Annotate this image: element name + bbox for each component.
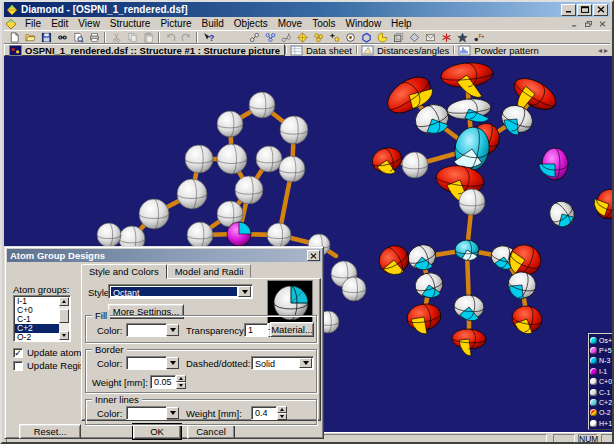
- fill-color-dropdown-icon[interactable]: [166, 324, 179, 336]
- rhomb-button[interactable]: [406, 31, 422, 44]
- child-restore-button[interactable]: [581, 18, 595, 29]
- dashed-dotted-dropdown-icon[interactable]: [299, 358, 312, 368]
- tab-data-sheet[interactable]: Data sheet: [286, 44, 356, 56]
- inner-weight-value[interactable]: 0.4: [251, 406, 277, 420]
- undo-button[interactable]: [162, 31, 178, 44]
- molecule-button[interactable]: [246, 31, 262, 44]
- border-color-dropdown-icon[interactable]: [166, 357, 179, 369]
- legend-item-n-3[interactable]: N-3: [590, 356, 613, 366]
- redo-button[interactable]: [178, 31, 194, 44]
- update-atoms-checkbox-box[interactable]: ✓: [13, 348, 23, 358]
- cut-button[interactable]: [108, 31, 124, 44]
- menu-move[interactable]: Move: [273, 17, 307, 30]
- tab-scroll-right-icon[interactable]: ▸: [604, 46, 608, 55]
- legend-item-h-1[interactable]: H+1: [590, 418, 613, 428]
- atom-group-item-o-2[interactable]: O-2: [15, 333, 59, 342]
- dialog-close-button[interactable]: [307, 250, 320, 261]
- listbox-scrollbar[interactable]: [59, 297, 69, 340]
- style-dropdown-icon[interactable]: [238, 286, 251, 297]
- status-pane-2: [601, 434, 614, 444]
- cancel-button[interactable]: Cancel: [187, 424, 235, 439]
- scroll-down-icon[interactable]: [59, 331, 69, 340]
- menu-build[interactable]: Build: [197, 17, 229, 30]
- find-button[interactable]: [54, 31, 70, 44]
- cell-button[interactable]: [390, 31, 406, 44]
- print-button[interactable]: [86, 31, 102, 44]
- tab-style-and-colors[interactable]: Style and Colors: [81, 264, 167, 279]
- atom-groups-listbox[interactable]: I-1C+0C-1C+2O-2: [13, 295, 71, 342]
- inner-weight-spinner[interactable]: 0.4: [251, 406, 287, 420]
- child-minimize-button[interactable]: [567, 18, 581, 29]
- border-weight-spinner[interactable]: 0.05: [150, 375, 186, 389]
- border-weight-down-icon[interactable]: [176, 382, 186, 389]
- menu-tools[interactable]: Tools: [307, 17, 340, 30]
- menu-file[interactable]: File: [20, 17, 46, 30]
- tab-distances-angles[interactable]: Distances/angles: [357, 44, 453, 56]
- inner-color-dropdown-icon[interactable]: [166, 407, 179, 419]
- border-color-combobox[interactable]: [126, 356, 180, 370]
- sector-button[interactable]: [374, 31, 390, 44]
- menu-structure[interactable]: Structure: [105, 17, 156, 30]
- inner-color-combobox[interactable]: [126, 406, 180, 420]
- save-button[interactable]: [38, 31, 54, 44]
- envelope-button[interactable]: [422, 31, 438, 44]
- fill-color-combobox[interactable]: [126, 323, 180, 337]
- update-registry-checkbox-box[interactable]: [13, 361, 23, 371]
- reset-button[interactable]: Reset...: [19, 424, 81, 439]
- tab-scroll-left-icon[interactable]: ◂: [598, 46, 602, 55]
- child-close-button[interactable]: [595, 18, 609, 29]
- polyhedra-button[interactable]: [294, 31, 310, 44]
- tab-structure-picture[interactable]: OSPNI_1_rendered.dsf :: Structure #1 : S…: [4, 44, 285, 56]
- legend-item-c-2[interactable]: C+2: [590, 397, 613, 407]
- maximize-button[interactable]: [577, 4, 592, 16]
- tab-model-and-radii[interactable]: Model and Radii: [167, 264, 252, 278]
- menu-edit[interactable]: Edit: [46, 17, 73, 30]
- print-preview-button[interactable]: [70, 31, 86, 44]
- fill-group: Fill Color: Transparency: 1 Material...: [85, 315, 317, 343]
- new-button[interactable]: [6, 31, 22, 44]
- legend-item-p-5[interactable]: P+5: [590, 345, 613, 355]
- asterisk-red-button[interactable]: [438, 31, 454, 44]
- ring-button[interactable]: [358, 31, 374, 44]
- atom-dot-button[interactable]: [342, 31, 358, 44]
- legend-item-os-0[interactable]: Os+0: [590, 335, 613, 345]
- menu-picture[interactable]: Picture: [155, 17, 196, 30]
- legend-item-o-2[interactable]: O-2: [590, 408, 613, 418]
- document-icon[interactable]: [5, 18, 17, 29]
- menu-view[interactable]: View: [73, 17, 105, 30]
- minimize-button[interactable]: [561, 4, 576, 16]
- legend-item-c-0[interactable]: C+0: [590, 377, 613, 387]
- legend-label: Os+0: [599, 337, 614, 344]
- inner-weight-up-icon[interactable]: [277, 406, 287, 413]
- open-button[interactable]: [22, 31, 38, 44]
- dashed-dotted-combobox[interactable]: Solid: [251, 356, 314, 370]
- inner-lines-group-title: Inner lines: [92, 394, 142, 405]
- cluster-button[interactable]: [310, 31, 326, 44]
- border-weight-value[interactable]: 0.05: [150, 375, 176, 389]
- menu-window[interactable]: Window: [341, 17, 387, 30]
- ok-button[interactable]: OK: [133, 424, 181, 439]
- transparency-value[interactable]: 1: [244, 323, 268, 337]
- menu-help[interactable]: Help: [386, 17, 417, 30]
- tab-powder-pattern[interactable]: Powder pattern: [454, 44, 542, 56]
- fe-atom-button[interactable]: Fe: [470, 31, 486, 44]
- menu-objects[interactable]: Objects: [229, 17, 273, 30]
- add-atom-button[interactable]: [326, 31, 342, 44]
- update-atoms-checkbox[interactable]: ✓ Update atoms: [13, 347, 86, 358]
- connectivity-button[interactable]: [278, 31, 294, 44]
- close-button[interactable]: [593, 4, 608, 16]
- border-weight-up-icon[interactable]: [176, 375, 186, 382]
- help-button[interactable]: ?: [200, 31, 216, 44]
- material-button[interactable]: Material...: [270, 322, 314, 337]
- legend-item-i-1[interactable]: I-1: [590, 366, 613, 376]
- legend-item-c-1[interactable]: C-1: [590, 387, 613, 397]
- style-combobox[interactable]: Octant: [108, 284, 253, 299]
- paste-button[interactable]: [140, 31, 156, 44]
- inner-weight-down-icon[interactable]: [277, 413, 287, 420]
- packing-button[interactable]: [262, 31, 278, 44]
- scroll-thumb[interactable]: [59, 309, 69, 323]
- scroll-up-icon[interactable]: [59, 297, 69, 306]
- copy-button[interactable]: [124, 31, 140, 44]
- star-button[interactable]: [454, 31, 470, 44]
- cluster-icon: [313, 32, 324, 43]
